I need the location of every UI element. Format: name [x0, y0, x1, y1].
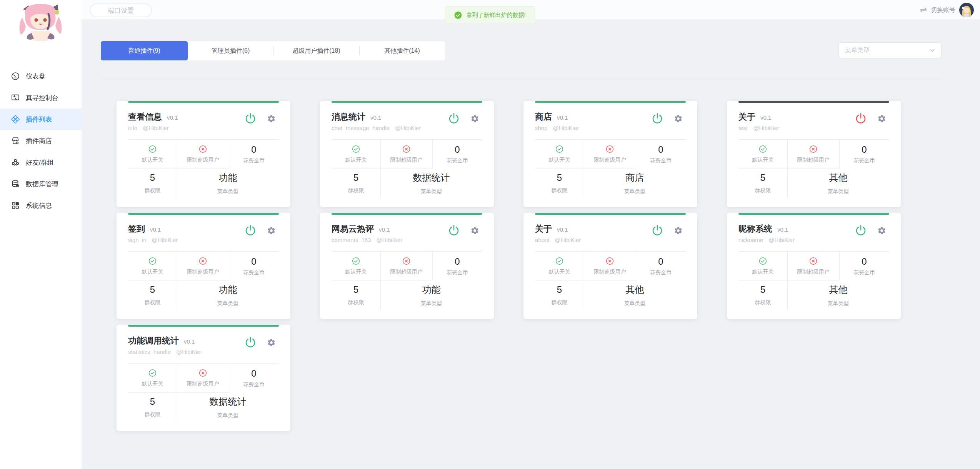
- settings-button[interactable]: [470, 226, 479, 236]
- x-circle-icon: [402, 145, 410, 153]
- plugin-stats: 默认开关 限制超级用户 0 花费金币 5 群权限 其他: [738, 139, 889, 198]
- plugin-card: 功能调用统计 v0.1 statistics_handle@HibiKier: [117, 325, 290, 431]
- sidebar-item-plugin-store[interactable]: 插件商店: [0, 130, 82, 152]
- power-icon: [244, 224, 257, 237]
- card-accent-bar: [128, 213, 279, 215]
- stat-limit-superuser: 限制超级用户: [584, 252, 636, 280]
- sidebar-item-friends-groups[interactable]: 好友/群组: [0, 152, 82, 173]
- plugin-author: @HibiKier: [176, 349, 202, 355]
- menu-type-placeholder: 菜单类型: [845, 47, 870, 55]
- plugin-title: 商店: [535, 111, 552, 123]
- power-toggle-button[interactable]: [854, 112, 867, 126]
- check-circle-icon: [148, 145, 157, 153]
- plugin-author: @HibiKier: [377, 237, 403, 243]
- power-icon: [854, 112, 867, 125]
- toast-message: 拿到了新鲜出炉的数据!: [466, 12, 525, 19]
- stat-menu-type: 其他 菜单类型: [787, 169, 889, 198]
- settings-button[interactable]: [877, 114, 886, 124]
- plugin-module: comments_163: [332, 237, 371, 243]
- stat-limit-superuser: 限制超级用户: [380, 140, 432, 169]
- stat-default-switch: 默认开关: [535, 140, 584, 169]
- plugin-stats: 默认开关 限制超级用户 0 花费金币 5 群权限 数据统计: [332, 139, 482, 198]
- stat-menu-type: 商店 菜单类型: [584, 169, 686, 198]
- gear-icon: [267, 114, 276, 123]
- x-circle-icon: [199, 257, 207, 265]
- stat-limit-superuser: 限制超级用户: [177, 140, 229, 169]
- power-toggle-button[interactable]: [244, 112, 257, 126]
- switch-account-label: 切换账号: [931, 6, 955, 14]
- plugin-title: 功能调用统计: [128, 335, 179, 347]
- tab-normal-plugins[interactable]: 普通插件(9): [101, 41, 188, 60]
- plugin-module: sign_in: [128, 237, 147, 243]
- plugin-card: 昵称系统 v0.1 nickname@HibiKier: [727, 213, 901, 319]
- stat-cost-gold: 0 花费金币: [839, 140, 889, 169]
- settings-button[interactable]: [674, 114, 683, 124]
- power-toggle-button[interactable]: [447, 224, 460, 238]
- plugin-version: v0.1: [379, 226, 390, 233]
- settings-button[interactable]: [877, 226, 886, 236]
- settings-button[interactable]: [267, 114, 276, 124]
- tab-superuser-plugins[interactable]: 超级用户插件(18): [273, 41, 359, 60]
- stat-group-permission: 5 群权限: [128, 280, 177, 310]
- power-toggle-button[interactable]: [447, 112, 460, 126]
- plugins-icon: [11, 115, 20, 124]
- port-settings-label: 端口设置: [108, 6, 134, 15]
- switch-account-button[interactable]: ⇌ 切换账号: [920, 2, 974, 18]
- plugin-author: @HibiKier: [395, 125, 421, 131]
- plugin-card: 查看信息 v0.1 info@HibiKier: [117, 101, 290, 207]
- power-icon: [447, 112, 460, 125]
- stat-group-permission: 5 群权限: [535, 169, 584, 198]
- settings-button[interactable]: [267, 226, 276, 236]
- stat-menu-type: 功能 菜单类型: [177, 169, 279, 198]
- settings-button[interactable]: [674, 226, 683, 236]
- menu-type-select[interactable]: 菜单类型: [838, 42, 942, 58]
- stat-group-permission: 5 群权限: [738, 169, 787, 198]
- plugin-author: @HibiKier: [143, 125, 169, 131]
- plugin-module: shop: [535, 125, 548, 131]
- tab-admin-plugins[interactable]: 管理员插件(6): [188, 41, 273, 60]
- power-toggle-button[interactable]: [244, 224, 257, 238]
- power-icon: [651, 112, 664, 125]
- plugin-stats: 默认开关 限制超级用户 0 花费金币 5 群权限 其他: [535, 251, 686, 310]
- check-circle-icon: [759, 145, 767, 153]
- power-icon: [651, 224, 664, 237]
- gear-icon: [674, 226, 683, 235]
- stat-group-permission: 5 群权限: [128, 169, 177, 198]
- power-toggle-button[interactable]: [651, 112, 664, 126]
- sidebar: 仪表盘 真寻控制台 插件列表 插件商店: [0, 0, 82, 469]
- sidebar-item-dashboard[interactable]: 仪表盘: [0, 65, 82, 87]
- grid-icon: [11, 201, 20, 210]
- x-circle-icon: [199, 145, 207, 153]
- plugin-title: 关于: [738, 111, 755, 123]
- port-settings-button[interactable]: 端口设置: [90, 3, 152, 17]
- gear-icon: [470, 114, 479, 123]
- gear-icon: [674, 114, 683, 123]
- stat-default-switch: 默认开关: [535, 252, 584, 280]
- plugin-title: 消息统计: [332, 111, 365, 123]
- settings-button[interactable]: [470, 114, 479, 124]
- plugin-author: @HibiKier: [753, 125, 779, 131]
- stat-cost-gold: 0 花费金币: [229, 140, 279, 169]
- plugin-author: @HibiKier: [553, 125, 579, 131]
- tab-other-plugins[interactable]: 其他插件(14): [359, 41, 445, 60]
- stat-menu-type: 数据统计 菜单类型: [380, 169, 482, 198]
- card-accent-bar: [128, 325, 279, 327]
- power-toggle-button[interactable]: [651, 224, 664, 238]
- sidebar-item-database[interactable]: 数据库管理: [0, 173, 82, 195]
- power-toggle-button[interactable]: [244, 336, 257, 350]
- power-toggle-button[interactable]: [854, 224, 867, 238]
- console-icon: [11, 93, 20, 102]
- check-circle-icon: [759, 257, 767, 265]
- sidebar-menu: 仪表盘 真寻控制台 插件列表 插件商店: [0, 65, 82, 216]
- x-circle-icon: [606, 257, 614, 265]
- settings-button[interactable]: [267, 338, 276, 348]
- sidebar-item-console[interactable]: 真寻控制台: [0, 87, 82, 108]
- stat-group-permission: 5 群权限: [738, 280, 787, 310]
- sidebar-item-plugin-list[interactable]: 插件列表: [0, 108, 82, 130]
- plugin-version: v0.1: [557, 114, 568, 121]
- plugin-version: v0.1: [167, 114, 178, 121]
- friends-icon: [11, 158, 20, 167]
- avatar[interactable]: [959, 3, 974, 17]
- sidebar-item-system-info[interactable]: 系统信息: [0, 195, 82, 216]
- stat-default-switch: 默认开关: [332, 252, 380, 280]
